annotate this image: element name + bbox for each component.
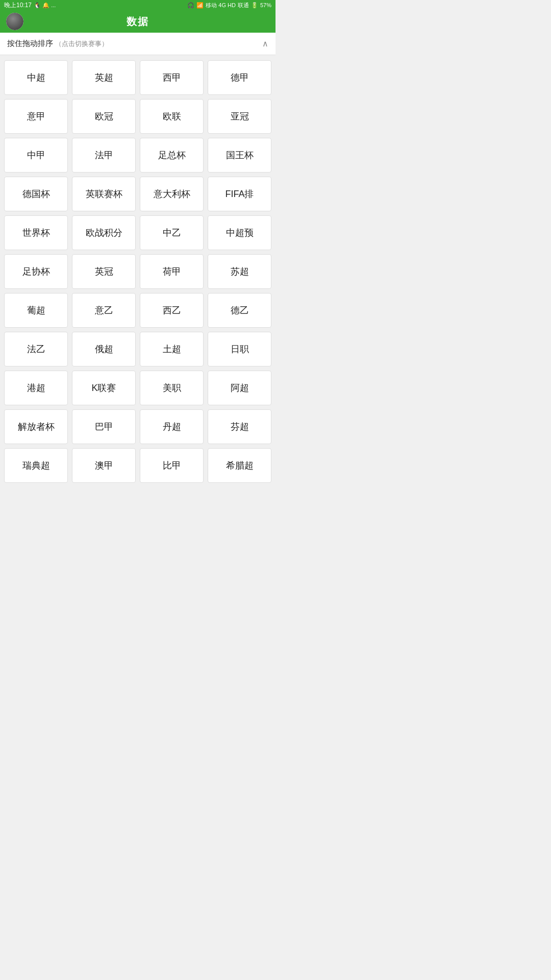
league-item[interactable]: 西乙 <box>140 293 204 328</box>
headphone-icon: 🎧 <box>187 2 194 9</box>
league-item[interactable]: 荷甲 <box>140 254 204 289</box>
league-item[interactable]: 美职 <box>140 371 204 405</box>
avatar-image <box>6 13 23 30</box>
league-item[interactable]: 港超 <box>4 371 68 405</box>
league-item[interactable]: 意甲 <box>4 99 68 134</box>
battery-icon: 🔋 <box>251 2 258 9</box>
league-item[interactable]: 法甲 <box>72 138 136 173</box>
league-item[interactable]: 中超 <box>4 60 68 95</box>
league-item[interactable]: 芬超 <box>208 409 271 444</box>
league-item[interactable]: 德乙 <box>208 293 271 328</box>
league-item[interactable]: 亚冠 <box>208 99 271 134</box>
notification-icons: 🐧 🔔 ... <box>34 2 56 9</box>
league-item[interactable]: 意大利杯 <box>140 177 204 211</box>
league-item[interactable]: 欧冠 <box>72 99 136 134</box>
status-left: 晚上10:17 🐧 🔔 ... <box>4 1 56 10</box>
sort-bar[interactable]: 按住拖动排序 （点击切换赛事） ∧ <box>0 33 276 55</box>
league-item[interactable]: 世界杯 <box>4 215 68 250</box>
avatar[interactable] <box>6 13 23 30</box>
league-item[interactable]: 德甲 <box>208 60 271 95</box>
league-item[interactable]: 日职 <box>208 332 271 366</box>
league-item[interactable]: 阿超 <box>208 371 271 405</box>
league-grid: 中超英超西甲德甲意甲欧冠欧联亚冠中甲法甲足总杯国王杯德国杯英联赛杯意大利杯FIF… <box>0 55 276 488</box>
league-item[interactable]: FIFA排 <box>208 177 271 211</box>
league-item[interactable]: 英冠 <box>72 254 136 289</box>
league-item[interactable]: 澳甲 <box>72 448 136 483</box>
sort-bar-label: 按住拖动排序 （点击切换赛事） <box>7 39 108 48</box>
league-item[interactable]: 丹超 <box>140 409 204 444</box>
sort-bar-main-text: 按住拖动排序 <box>7 39 53 47</box>
league-item[interactable]: 苏超 <box>208 254 271 289</box>
league-item[interactable]: K联赛 <box>72 371 136 405</box>
league-item[interactable]: 希腊超 <box>208 448 271 483</box>
battery-level: 57% <box>260 2 271 8</box>
sort-bar-sub-text: （点击切换赛事） <box>55 39 108 47</box>
league-item[interactable]: 法乙 <box>4 332 68 366</box>
league-item[interactable]: 中乙 <box>140 215 204 250</box>
league-item[interactable]: 中甲 <box>4 138 68 173</box>
status-right: 🎧 📶 移动 4G HD 联通 🔋 57% <box>187 2 271 9</box>
status-bar: 晚上10:17 🐧 🔔 ... 🎧 📶 移动 4G HD 联通 🔋 57% <box>0 0 276 10</box>
league-item[interactable]: 瑞典超 <box>4 448 68 483</box>
chevron-up-icon[interactable]: ∧ <box>262 39 268 48</box>
league-item[interactable]: 国王杯 <box>208 138 271 173</box>
page-title: 数据 <box>127 15 149 29</box>
league-item[interactable]: 中超预 <box>208 215 271 250</box>
league-item[interactable]: 解放者杯 <box>4 409 68 444</box>
league-item[interactable]: 西甲 <box>140 60 204 95</box>
league-item[interactable]: 英超 <box>72 60 136 95</box>
league-item[interactable]: 足协杯 <box>4 254 68 289</box>
league-item[interactable]: 英联赛杯 <box>72 177 136 211</box>
league-item[interactable]: 土超 <box>140 332 204 366</box>
wifi-icon: 📶 <box>196 2 204 9</box>
carrier-text: 联通 <box>238 2 249 9</box>
league-item[interactable]: 德国杯 <box>4 177 68 211</box>
status-time: 晚上10:17 <box>4 1 32 10</box>
league-item[interactable]: 比甲 <box>140 448 204 483</box>
league-item[interactable]: 俄超 <box>72 332 136 366</box>
league-item[interactable]: 足总杯 <box>140 138 204 173</box>
league-item[interactable]: 欧战积分 <box>72 215 136 250</box>
network-text: 移动 4G HD <box>206 2 236 9</box>
league-item[interactable]: 葡超 <box>4 293 68 328</box>
league-item[interactable]: 欧联 <box>140 99 204 134</box>
league-item[interactable]: 意乙 <box>72 293 136 328</box>
league-item[interactable]: 巴甲 <box>72 409 136 444</box>
app-header: 数据 <box>0 10 276 33</box>
